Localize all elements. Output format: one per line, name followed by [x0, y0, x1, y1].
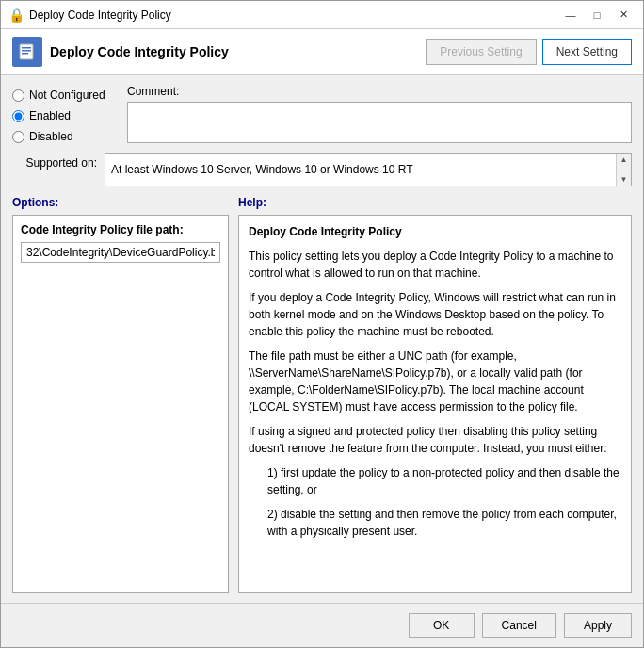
- supported-label: Supported on:: [12, 153, 97, 170]
- svg-rect-1: [22, 47, 31, 49]
- maximize-button[interactable]: □: [585, 6, 609, 24]
- supported-row: Supported on: At least Windows 10 Server…: [12, 153, 632, 186]
- minimize-button[interactable]: —: [558, 6, 583, 24]
- header-left: Deploy Code Integrity Policy: [12, 37, 229, 67]
- help-title: Deploy Code Integrity Policy: [249, 223, 625, 240]
- next-setting-button[interactable]: Next Setting: [542, 39, 632, 65]
- window-title: Deploy Code Integrity Policy: [29, 8, 558, 22]
- file-path-label: Code Integrity Policy file path:: [21, 223, 220, 236]
- svg-rect-2: [22, 50, 31, 52]
- enabled-option[interactable]: Enabled: [12, 109, 116, 122]
- help-para-5: 1) first update the policy to a non-prot…: [267, 464, 625, 498]
- content-area: Not Configured Enabled Disabled Comment:…: [1, 75, 643, 603]
- help-label: Help:: [238, 196, 632, 209]
- help-para-2: If you deploy a Code Integrity Policy, W…: [249, 289, 625, 340]
- radio-group: Not Configured Enabled Disabled: [12, 85, 116, 143]
- supported-scrollbar[interactable]: ▲ ▼: [616, 154, 631, 186]
- main-window: 🔒 Deploy Code Integrity Policy — □ ✕ Dep…: [0, 0, 644, 648]
- cancel-button[interactable]: Cancel: [482, 613, 556, 638]
- enabled-radio[interactable]: [12, 110, 24, 122]
- svg-rect-0: [20, 44, 33, 59]
- options-label: Options:: [12, 196, 229, 209]
- disabled-radio[interactable]: [12, 131, 24, 143]
- scroll-down-arrow[interactable]: ▼: [620, 175, 628, 184]
- top-section: Not Configured Enabled Disabled Comment:: [12, 85, 632, 143]
- help-para-4: If using a signed and protected policy t…: [249, 423, 625, 457]
- help-para-3: The file path must be either a UNC path …: [249, 348, 625, 415]
- options-column: Options: Code Integrity Policy file path…: [12, 196, 229, 593]
- scroll-up-arrow[interactable]: ▲: [620, 155, 628, 164]
- policy-icon: [12, 37, 42, 67]
- help-box[interactable]: Deploy Code Integrity Policy This policy…: [238, 215, 632, 593]
- help-para-6: 2) disable the setting and then remove t…: [267, 506, 625, 540]
- help-para-1: This policy setting lets you deploy a Co…: [249, 248, 625, 282]
- disabled-option[interactable]: Disabled: [12, 130, 116, 143]
- svg-rect-3: [22, 53, 28, 55]
- header-title: Deploy Code Integrity Policy: [50, 44, 229, 59]
- header-buttons: Previous Setting Next Setting: [426, 39, 632, 65]
- not-configured-radio[interactable]: [12, 89, 24, 102]
- two-col: Options: Code Integrity Policy file path…: [12, 196, 632, 593]
- help-column: Help: Deploy Code Integrity Policy This …: [238, 196, 632, 593]
- options-box: Code Integrity Policy file path:: [12, 215, 229, 593]
- header-bar: Deploy Code Integrity Policy Previous Se…: [1, 29, 643, 75]
- window-icon: 🔒: [8, 8, 24, 23]
- file-path-input[interactable]: [21, 242, 220, 263]
- comment-label: Comment:: [127, 85, 632, 98]
- previous-setting-button[interactable]: Previous Setting: [426, 39, 536, 65]
- close-button[interactable]: ✕: [611, 6, 636, 24]
- title-bar-controls: — □ ✕: [558, 6, 636, 24]
- bottom-bar: OK Cancel Apply: [1, 603, 643, 647]
- comment-textarea[interactable]: [127, 102, 632, 143]
- ok-button[interactable]: OK: [409, 613, 475, 638]
- title-bar: 🔒 Deploy Code Integrity Policy — □ ✕: [1, 1, 643, 29]
- apply-button[interactable]: Apply: [564, 613, 632, 638]
- comment-section: Comment:: [127, 85, 632, 143]
- supported-value: At least Windows 10 Server, Windows 10 o…: [105, 153, 632, 186]
- not-configured-option[interactable]: Not Configured: [12, 89, 116, 102]
